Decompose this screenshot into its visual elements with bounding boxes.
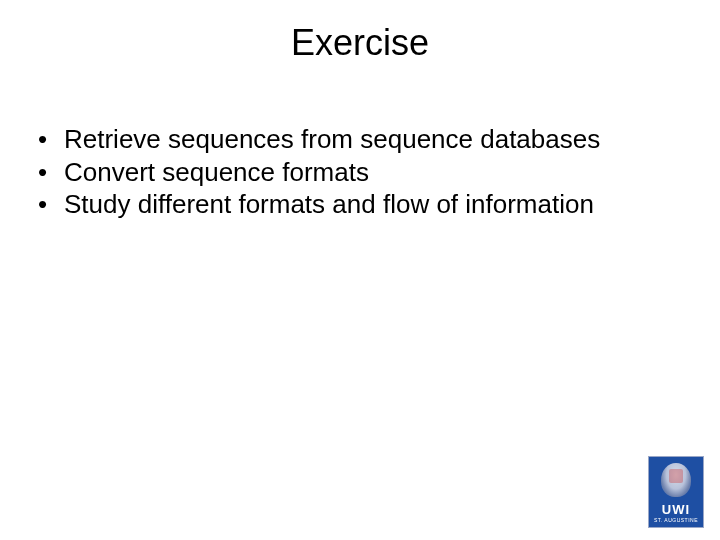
list-item: Study different formats and flow of info… <box>30 189 690 220</box>
list-item: Convert sequence formats <box>30 157 690 188</box>
logo-subtext: ST. AUGUSTINE <box>654 518 698 523</box>
uwi-logo: UWI ST. AUGUSTINE <box>648 456 704 528</box>
bullet-list: Retrieve sequences from sequence databas… <box>30 124 690 220</box>
list-item: Retrieve sequences from sequence databas… <box>30 124 690 155</box>
slide: Exercise Retrieve sequences from sequenc… <box>0 0 720 540</box>
uwi-crest-icon <box>661 463 691 497</box>
logo-text: UWI <box>662 503 690 516</box>
page-title: Exercise <box>0 0 720 64</box>
slide-body: Retrieve sequences from sequence databas… <box>0 64 720 220</box>
